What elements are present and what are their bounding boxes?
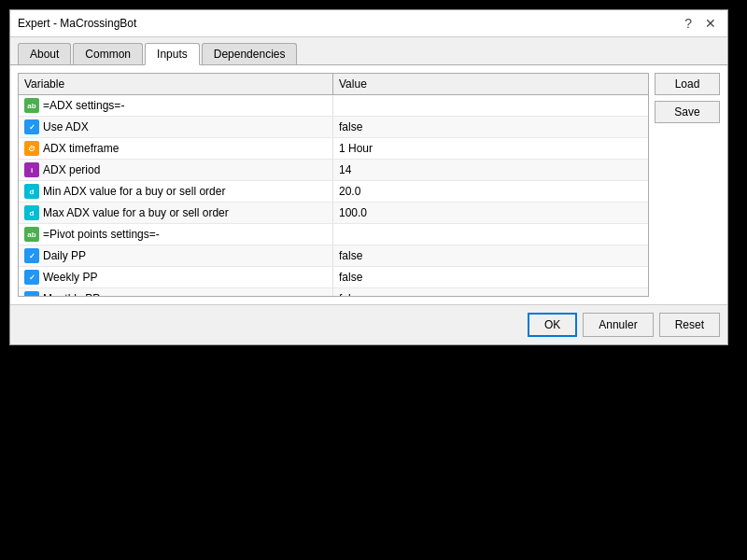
table-row[interactable]: ab =ADX settings=- <box>19 95 648 117</box>
row-icon-ab: ab <box>24 98 39 113</box>
header-value: Value <box>333 74 648 94</box>
variable-cell: ab =Pivot points settings=- <box>19 224 333 245</box>
row-icon-bool: ✓ <box>24 248 39 263</box>
value-label: false <box>339 292 362 296</box>
variable-cell: ✓ Weekly PP <box>19 267 333 287</box>
variable-cell: ✓ Monthly PP <box>19 288 333 296</box>
variable-label: Daily PP <box>43 249 86 262</box>
value-cell: 20.0 <box>333 182 648 201</box>
row-icon-bool: ✓ <box>24 291 39 296</box>
value-cell: false <box>333 289 648 296</box>
value-label: false <box>339 120 362 133</box>
reset-button[interactable]: Reset <box>659 313 720 337</box>
value-label: 20.0 <box>339 185 360 198</box>
variable-label: =Pivot points settings=- <box>43 228 160 241</box>
table-row[interactable]: d Min ADX value for a buy or sell order … <box>19 181 648 203</box>
row-icon-ab: ab <box>24 227 39 242</box>
footer: OK Annuler Reset <box>10 304 727 344</box>
table-row[interactable]: i ADX period 14 <box>19 160 648 181</box>
table-row[interactable]: ⏱ ADX timeframe 1 Hour <box>19 138 648 160</box>
dialog-title: Expert - MaCrossingBot <box>18 17 136 30</box>
tab-common[interactable]: Common <box>73 43 143 64</box>
value-label: false <box>339 271 362 284</box>
ok-button[interactable]: OK <box>528 313 577 337</box>
row-icon-double: d <box>24 205 39 220</box>
cancel-button[interactable]: Annuler <box>583 313 653 337</box>
variable-table: Variable Value ab =ADX settings=- <box>18 73 649 297</box>
variable-label: =ADX settings=- <box>43 99 124 112</box>
table-header: Variable Value <box>19 74 648 95</box>
table-row[interactable]: ✓ Weekly PP false <box>19 267 648 288</box>
value-cell: false <box>333 246 648 265</box>
variable-cell: ab =ADX settings=- <box>19 95 333 116</box>
variable-cell: ✓ Daily PP <box>19 245 333 266</box>
row-icon-int: i <box>24 162 39 177</box>
value-cell: false <box>333 118 648 136</box>
variable-label: Weekly PP <box>43 271 97 284</box>
title-bar: Expert - MaCrossingBot ? ✕ <box>10 10 727 37</box>
value-label: 100.0 <box>339 206 367 219</box>
table-row[interactable]: ✓ Monthly PP false <box>19 288 648 296</box>
row-icon-double: d <box>24 184 39 199</box>
table-body[interactable]: ab =ADX settings=- ✓ Use ADX false <box>19 95 648 296</box>
tab-about[interactable]: About <box>18 43 71 64</box>
variable-label: Monthly PP <box>43 292 100 296</box>
header-variable: Variable <box>19 74 333 94</box>
side-buttons: Load Save <box>655 73 720 297</box>
value-cell: 1 Hour <box>333 139 648 158</box>
table-row[interactable]: ✓ Use ADX false <box>19 117 648 138</box>
table-row[interactable]: ab =Pivot points settings=- <box>19 224 648 245</box>
load-button[interactable]: Load <box>655 73 720 95</box>
variable-label: ADX period <box>43 163 100 176</box>
value-cell: 100.0 <box>333 203 648 222</box>
value-label: 14 <box>339 163 351 176</box>
variable-cell: d Min ADX value for a buy or sell order <box>19 181 333 202</box>
table-row[interactable]: d Max ADX value for a buy or sell order … <box>19 203 648 224</box>
value-cell <box>333 231 648 237</box>
tab-bar: About Common Inputs Dependencies <box>10 37 727 65</box>
title-buttons: ? ✕ <box>681 16 720 31</box>
value-cell <box>333 103 648 108</box>
row-icon-bool: ✓ <box>24 119 39 134</box>
variable-label: ADX timeframe <box>43 142 119 155</box>
value-cell: 14 <box>333 161 648 179</box>
variable-cell: i ADX period <box>19 160 333 180</box>
variable-label: Max ADX value for a buy or sell order <box>43 206 229 219</box>
table-row[interactable]: ✓ Daily PP false <box>19 245 648 267</box>
variable-cell: ⏱ ADX timeframe <box>19 138 333 159</box>
variable-cell: d Max ADX value for a buy or sell order <box>19 203 333 223</box>
close-button[interactable]: ✕ <box>701 16 720 31</box>
expert-dialog: Expert - MaCrossingBot ? ✕ About Common … <box>9 9 728 345</box>
variable-cell: ✓ Use ADX <box>19 117 333 137</box>
value-label: 1 Hour <box>339 142 373 155</box>
variable-label: Use ADX <box>43 120 89 133</box>
help-button[interactable]: ? <box>681 16 696 31</box>
row-icon-tf: ⏱ <box>24 141 39 156</box>
variable-label: Min ADX value for a buy or sell order <box>43 185 225 198</box>
save-button[interactable]: Save <box>655 101 720 123</box>
value-cell: false <box>333 268 648 287</box>
tab-inputs[interactable]: Inputs <box>145 43 200 65</box>
row-icon-bool: ✓ <box>24 270 39 285</box>
content-area: Variable Value ab =ADX settings=- <box>10 65 727 304</box>
tab-dependencies[interactable]: Dependencies <box>202 43 298 64</box>
value-label: false <box>339 249 362 262</box>
